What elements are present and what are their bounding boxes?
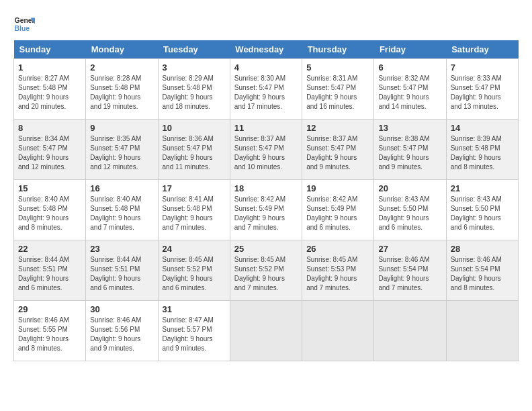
calendar-cell: 7Sunrise: 8:33 AMSunset: 5:47 PMDaylight…	[446, 59, 518, 120]
week-row-1: 1Sunrise: 8:27 AMSunset: 5:48 PMDaylight…	[14, 59, 519, 120]
day-info: Sunrise: 8:40 AMSunset: 5:48 PMDaylight:…	[90, 195, 141, 231]
day-info: Sunrise: 8:43 AMSunset: 5:50 PMDaylight:…	[378, 195, 429, 231]
calendar-cell: 29Sunrise: 8:46 AMSunset: 5:55 PMDayligh…	[14, 301, 86, 361]
calendar-cell: 17Sunrise: 8:41 AMSunset: 5:48 PMDayligh…	[158, 180, 230, 240]
day-info: Sunrise: 8:46 AMSunset: 5:55 PMDaylight:…	[18, 316, 69, 352]
calendar-cell: 22Sunrise: 8:44 AMSunset: 5:51 PMDayligh…	[14, 240, 86, 301]
day-number: 15	[18, 183, 81, 193]
header-monday: Monday	[86, 40, 158, 59]
calendar-cell: 27Sunrise: 8:46 AMSunset: 5:54 PMDayligh…	[374, 240, 446, 301]
day-info: Sunrise: 8:39 AMSunset: 5:48 PMDaylight:…	[451, 135, 502, 171]
day-number: 13	[378, 123, 441, 133]
day-info: Sunrise: 8:45 AMSunset: 5:52 PMDaylight:…	[234, 256, 285, 291]
day-info: Sunrise: 8:37 AMSunset: 5:47 PMDaylight:…	[234, 135, 285, 171]
header-friday: Friday	[374, 40, 446, 59]
day-number: 4	[234, 62, 298, 73]
week-row-2: 8Sunrise: 8:34 AMSunset: 5:47 PMDaylight…	[14, 120, 519, 180]
day-number: 7	[451, 62, 514, 73]
day-info: Sunrise: 8:41 AMSunset: 5:48 PMDaylight:…	[163, 195, 214, 231]
logo-icon: General Blue	[13, 13, 35, 35]
day-info: Sunrise: 8:36 AMSunset: 5:47 PMDaylight:…	[163, 135, 214, 171]
week-row-3: 15Sunrise: 8:40 AMSunset: 5:48 PMDayligh…	[14, 180, 519, 240]
svg-text:Blue: Blue	[15, 25, 30, 32]
day-info: Sunrise: 8:47 AMSunset: 5:57 PMDaylight:…	[163, 316, 214, 352]
day-number: 28	[451, 244, 514, 254]
calendar-cell: 5Sunrise: 8:31 AMSunset: 5:47 PMDaylight…	[302, 59, 374, 120]
week-row-5: 29Sunrise: 8:46 AMSunset: 5:55 PMDayligh…	[14, 301, 519, 361]
calendar-cell: 23Sunrise: 8:44 AMSunset: 5:51 PMDayligh…	[86, 240, 158, 301]
calendar-cell: 3Sunrise: 8:29 AMSunset: 5:48 PMDaylight…	[158, 59, 230, 120]
day-number: 5	[306, 62, 369, 73]
day-number: 31	[163, 304, 226, 314]
header-wednesday: Wednesday	[230, 40, 302, 59]
day-info: Sunrise: 8:37 AMSunset: 5:47 PMDaylight:…	[306, 135, 357, 171]
day-number: 24	[163, 244, 226, 254]
day-info: Sunrise: 8:44 AMSunset: 5:51 PMDaylight:…	[90, 256, 141, 291]
calendar-cell: 28Sunrise: 8:46 AMSunset: 5:54 PMDayligh…	[446, 240, 518, 301]
calendar-cell: 1Sunrise: 8:27 AMSunset: 5:48 PMDaylight…	[14, 59, 86, 120]
day-number: 10	[163, 123, 226, 133]
calendar-cell: 24Sunrise: 8:45 AMSunset: 5:52 PMDayligh…	[158, 240, 230, 301]
header-thursday: Thursday	[302, 40, 374, 59]
day-number: 29	[18, 304, 81, 314]
calendar-cell: 6Sunrise: 8:32 AMSunset: 5:47 PMDaylight…	[374, 59, 446, 120]
day-number: 19	[306, 183, 369, 193]
week-row-4: 22Sunrise: 8:44 AMSunset: 5:51 PMDayligh…	[14, 240, 519, 301]
day-number: 11	[234, 123, 298, 133]
day-number: 23	[90, 244, 153, 254]
header-tuesday: Tuesday	[158, 40, 230, 59]
day-info: Sunrise: 8:34 AMSunset: 5:47 PMDaylight:…	[18, 135, 69, 171]
day-number: 12	[306, 123, 369, 133]
day-number: 3	[163, 62, 226, 73]
day-info: Sunrise: 8:42 AMSunset: 5:49 PMDaylight:…	[234, 195, 285, 231]
calendar-cell: 18Sunrise: 8:42 AMSunset: 5:49 PMDayligh…	[230, 180, 302, 240]
calendar-cell: 4Sunrise: 8:30 AMSunset: 5:47 PMDaylight…	[230, 59, 302, 120]
calendar-cell	[302, 301, 374, 361]
day-info: Sunrise: 8:46 AMSunset: 5:56 PMDaylight:…	[90, 316, 141, 352]
calendar-cell: 10Sunrise: 8:36 AMSunset: 5:47 PMDayligh…	[158, 120, 230, 180]
calendar-table: SundayMondayTuesdayWednesdayThursdayFrid…	[13, 40, 519, 361]
day-number: 17	[163, 183, 226, 193]
calendar-cell: 19Sunrise: 8:42 AMSunset: 5:49 PMDayligh…	[302, 180, 374, 240]
day-number: 26	[306, 244, 369, 254]
day-info: Sunrise: 8:38 AMSunset: 5:47 PMDaylight:…	[378, 135, 429, 171]
calendar-cell: 16Sunrise: 8:40 AMSunset: 5:48 PMDayligh…	[86, 180, 158, 240]
day-info: Sunrise: 8:43 AMSunset: 5:50 PMDaylight:…	[451, 195, 502, 231]
calendar-cell	[374, 301, 446, 361]
day-number: 18	[234, 183, 298, 193]
day-info: Sunrise: 8:29 AMSunset: 5:48 PMDaylight:…	[163, 75, 214, 110]
logo: General Blue	[13, 13, 35, 35]
header-sunday: Sunday	[14, 40, 86, 59]
day-number: 25	[234, 244, 298, 254]
day-info: Sunrise: 8:35 AMSunset: 5:47 PMDaylight:…	[90, 135, 141, 171]
day-number: 22	[18, 244, 81, 254]
calendar-cell: 20Sunrise: 8:43 AMSunset: 5:50 PMDayligh…	[374, 180, 446, 240]
day-number: 27	[378, 244, 441, 254]
calendar-cell: 11Sunrise: 8:37 AMSunset: 5:47 PMDayligh…	[230, 120, 302, 180]
calendar-cell: 31Sunrise: 8:47 AMSunset: 5:57 PMDayligh…	[158, 301, 230, 361]
day-info: Sunrise: 8:31 AMSunset: 5:47 PMDaylight:…	[306, 75, 357, 110]
day-number: 21	[451, 183, 514, 193]
day-info: Sunrise: 8:44 AMSunset: 5:51 PMDaylight:…	[18, 256, 69, 291]
page-header: General Blue	[13, 13, 519, 35]
day-info: Sunrise: 8:27 AMSunset: 5:48 PMDaylight:…	[18, 75, 69, 110]
day-number: 20	[378, 183, 441, 193]
calendar-cell: 30Sunrise: 8:46 AMSunset: 5:56 PMDayligh…	[86, 301, 158, 361]
day-info: Sunrise: 8:45 AMSunset: 5:53 PMDaylight:…	[306, 256, 357, 291]
calendar-cell	[446, 301, 518, 361]
header-saturday: Saturday	[446, 40, 518, 59]
calendar-cell: 15Sunrise: 8:40 AMSunset: 5:48 PMDayligh…	[14, 180, 86, 240]
calendar-cell: 26Sunrise: 8:45 AMSunset: 5:53 PMDayligh…	[302, 240, 374, 301]
day-number: 9	[90, 123, 153, 133]
header-row: SundayMondayTuesdayWednesdayThursdayFrid…	[14, 40, 519, 59]
day-number: 30	[90, 304, 153, 314]
day-info: Sunrise: 8:46 AMSunset: 5:54 PMDaylight:…	[451, 256, 502, 291]
calendar-cell: 9Sunrise: 8:35 AMSunset: 5:47 PMDaylight…	[86, 120, 158, 180]
day-number: 2	[90, 62, 153, 73]
day-number: 8	[18, 123, 81, 133]
day-info: Sunrise: 8:45 AMSunset: 5:52 PMDaylight:…	[163, 256, 214, 291]
calendar-cell: 25Sunrise: 8:45 AMSunset: 5:52 PMDayligh…	[230, 240, 302, 301]
calendar-cell: 21Sunrise: 8:43 AMSunset: 5:50 PMDayligh…	[446, 180, 518, 240]
day-info: Sunrise: 8:32 AMSunset: 5:47 PMDaylight:…	[378, 75, 429, 110]
day-info: Sunrise: 8:42 AMSunset: 5:49 PMDaylight:…	[306, 195, 357, 231]
